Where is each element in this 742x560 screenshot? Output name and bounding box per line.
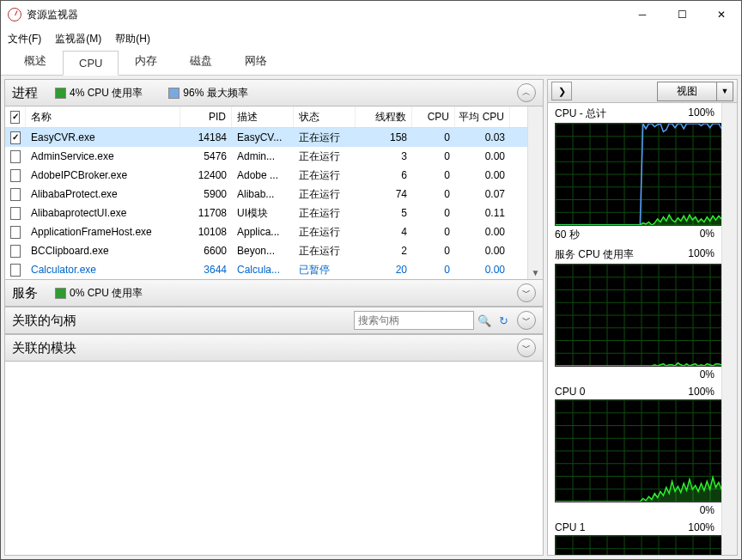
menubar: 文件(F) 监视器(M) 帮助(H) xyxy=(1,28,741,49)
row-checkbox-cell xyxy=(5,264,26,277)
cell-threads: 158 xyxy=(356,131,412,143)
row-checkbox[interactable] xyxy=(10,188,21,201)
maximize-button[interactable]: ☐ xyxy=(662,1,702,28)
chart-title: 服务 CPU 使用率 xyxy=(555,247,634,262)
row-checkbox[interactable] xyxy=(10,264,21,277)
cell-avg: 0.00 xyxy=(455,245,510,257)
cell-cpu: 0 xyxy=(412,169,455,181)
table-row[interactable]: AdobeIPCBroker.exe12400Adobe ...正在运行600.… xyxy=(5,166,527,185)
table-scrollbar[interactable]: ▼ xyxy=(527,107,543,279)
cell-threads: 6 xyxy=(356,169,412,181)
charts-scrollbar[interactable] xyxy=(721,103,737,555)
menu-monitor[interactable]: 监视器(M) xyxy=(55,32,101,46)
right-toolbar: ❯ 视图 ▼ xyxy=(548,80,737,103)
cell-threads: 4 xyxy=(356,226,412,238)
tab-disk[interactable]: 磁盘 xyxy=(173,47,228,75)
tab-network[interactable]: 网络 xyxy=(228,47,283,75)
nav-right-button[interactable]: ❯ xyxy=(551,82,572,100)
table-row[interactable]: AlibabaprotectUI.exe11708UI模块正在运行500.11 xyxy=(5,204,527,222)
table-row[interactable]: BCClipboard.exe6600Beyon...正在运行200.00 xyxy=(5,241,527,260)
cell-name: BCClipboard.exe xyxy=(26,245,180,257)
search-handles-input[interactable] xyxy=(354,311,474,330)
header-checkbox[interactable] xyxy=(10,111,20,124)
cell-avg: 0.00 xyxy=(455,226,510,238)
view-dropdown[interactable]: 视图 ▼ xyxy=(657,82,733,101)
cell-name: AlibabaProtect.exe xyxy=(26,188,180,200)
col-name[interactable]: 名称 xyxy=(26,107,180,127)
menu-file[interactable]: 文件(F) xyxy=(8,32,41,46)
chart-ylabel: 0% xyxy=(700,368,715,380)
row-checkbox[interactable] xyxy=(10,245,21,258)
table-row[interactable]: AlibabaProtect.exe5900Alibab...正在运行7400.… xyxy=(5,185,527,204)
cell-state: 已暂停 xyxy=(294,263,356,277)
cell-pid: 5476 xyxy=(180,150,232,162)
refresh-icon[interactable]: ↻ xyxy=(495,312,512,329)
col-checkbox[interactable] xyxy=(5,107,26,127)
collapse-handles-button[interactable]: ﹀ xyxy=(517,311,536,330)
row-checkbox-cell xyxy=(5,226,26,239)
table-body: EasyCVR.exe14184EasyCV...正在运行15800.03Adm… xyxy=(5,128,527,279)
col-pid[interactable]: PID xyxy=(180,107,232,127)
close-button[interactable]: ✕ xyxy=(702,1,741,28)
cell-pid: 12400 xyxy=(180,169,232,181)
handles-header[interactable]: 关联的句柄 🔍 ↻ ﹀ xyxy=(5,307,543,334)
cell-desc: Beyon... xyxy=(232,245,294,257)
tab-memory[interactable]: 内存 xyxy=(119,47,173,75)
col-threads[interactable]: 线程数 xyxy=(356,107,412,127)
collapse-services-button[interactable]: ﹀ xyxy=(517,283,536,302)
col-cpu[interactable]: CPU xyxy=(412,107,455,127)
row-checkbox[interactable] xyxy=(10,131,21,144)
cell-cpu: 0 xyxy=(412,131,455,143)
cell-cpu: 0 xyxy=(412,226,455,238)
services-header[interactable]: 服务 0% CPU 使用率 ﹀ xyxy=(5,279,543,307)
table-row[interactable]: EasyCVR.exe14184EasyCV...正在运行15800.03 xyxy=(5,128,527,147)
cell-desc: UI模块 xyxy=(232,206,294,221)
row-checkbox[interactable] xyxy=(10,150,21,163)
menu-help[interactable]: 帮助(H) xyxy=(115,32,150,46)
chart-canvas xyxy=(555,399,721,502)
left-pane: 进程 4% CPU 使用率 96% 最大频率 ︿ 名称 PID 描述 状态 线程… xyxy=(4,79,544,556)
tab-overview[interactable]: 概述 xyxy=(8,47,63,75)
collapse-modules-button[interactable]: ﹀ xyxy=(517,338,536,357)
chart-ylabel: 0% xyxy=(700,228,715,242)
cell-avg: 0.00 xyxy=(455,150,510,162)
chart-block: CPU - 总计100%60 秒0% xyxy=(555,105,715,244)
table-row[interactable]: AdminService.exe5476Admin...正在运行300.00 xyxy=(5,147,527,166)
modules-header[interactable]: 关联的模块 ﹀ xyxy=(5,334,543,362)
table-row[interactable]: Calculator.exe3644Calcula...已暂停2000.00 xyxy=(5,260,527,279)
chart-title: CPU 0 xyxy=(555,386,585,398)
table-header: 名称 PID 描述 状态 线程数 CPU 平均 CPU xyxy=(5,107,527,128)
chart-max: 100% xyxy=(688,386,715,398)
search-icon[interactable]: 🔍 xyxy=(476,312,493,329)
cell-pid: 5900 xyxy=(180,188,232,200)
view-label: 视图 xyxy=(657,82,717,101)
window-title: 资源监视器 xyxy=(27,8,78,22)
cell-desc: Admin... xyxy=(232,150,294,162)
chart-canvas xyxy=(555,535,721,555)
row-checkbox[interactable] xyxy=(10,207,21,220)
cell-pid: 11708 xyxy=(180,207,232,219)
cell-cpu: 0 xyxy=(412,245,455,257)
cell-avg: 0.00 xyxy=(455,264,510,276)
col-desc[interactable]: 描述 xyxy=(232,107,294,127)
tab-cpu[interactable]: CPU xyxy=(63,51,119,76)
table-row[interactable]: ApplicationFrameHost.exe10108Applica...正… xyxy=(5,222,527,241)
chart-ylabel: 0% xyxy=(700,504,715,516)
row-checkbox[interactable] xyxy=(10,169,21,182)
cell-cpu: 0 xyxy=(412,150,455,162)
chart-svg xyxy=(556,265,721,366)
col-state[interactable]: 状态 xyxy=(294,107,356,127)
content: 进程 4% CPU 使用率 96% 最大频率 ︿ 名称 PID 描述 状态 线程… xyxy=(1,76,741,559)
row-checkbox[interactable] xyxy=(10,226,21,239)
chart-max: 100% xyxy=(688,521,715,533)
cpu-usage-stat: 4% CPU 使用率 xyxy=(55,86,143,100)
col-avgcpu[interactable]: 平均 CPU xyxy=(455,107,510,127)
minimize-button[interactable]: ─ xyxy=(623,1,662,28)
cell-state: 正在运行 xyxy=(294,244,356,259)
cell-avg: 0.03 xyxy=(455,131,510,143)
processes-table-wrap: 名称 PID 描述 状态 线程数 CPU 平均 CPU EasyCVR.exe1… xyxy=(5,107,543,279)
collapse-processes-button[interactable]: ︿ xyxy=(517,83,536,102)
chart-block: 服务 CPU 使用率100%0% xyxy=(555,246,715,382)
processes-header[interactable]: 进程 4% CPU 使用率 96% 最大频率 ︿ xyxy=(5,80,543,107)
modules-title: 关联的模块 xyxy=(12,340,76,356)
